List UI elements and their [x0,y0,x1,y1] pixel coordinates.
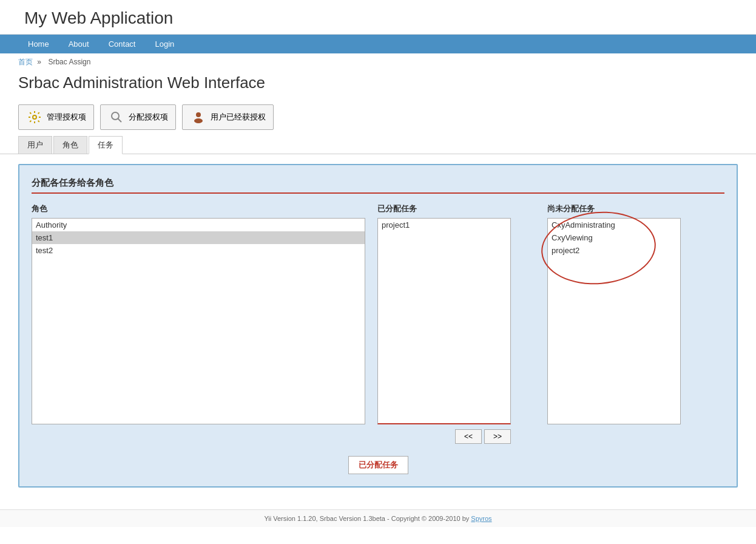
unassigned-task-item[interactable]: CxyAdministrating [548,219,680,231]
user-permissions-button[interactable]: 用户已经获授权 [182,104,274,130]
move-right-button[interactable]: >> [484,429,511,444]
footer-text: Yii Version 1.1.20, Srbac Version 1.3bet… [264,515,471,522]
assign-permissions-button[interactable]: 分配授权项 [100,104,176,130]
assigned-column: 已分配任务 project1 << >> [365,203,535,446]
role-item[interactable]: test2 [32,244,365,257]
footer-link[interactable]: Spyros [471,515,491,522]
page-title: Srbac Administration Web Interface [0,71,756,101]
nav-item-contact[interactable]: Contact [99,35,146,53]
manage-permissions-button[interactable]: 管理授权项 [18,104,94,130]
tab-任务[interactable]: 任务 [89,136,123,154]
tab-用户[interactable]: 用户 [18,136,52,154]
action-buttons: 管理授权项 分配授权项 用户已经获授权 [0,101,756,136]
manage-permissions-label: 管理授权项 [47,112,86,123]
unassigned-task-item[interactable]: CxyViewing [548,231,680,244]
person-icon [190,109,207,126]
role-listbox[interactable]: Authoritytest1test2 [32,218,365,424]
nav-item-home[interactable]: Home [18,35,59,53]
three-col-layout: 角色 Authoritytest1test2 已分配任务 project1 <<… [32,203,724,446]
svg-point-1 [112,112,119,120]
assign-permissions-label: 分配授权项 [129,112,168,123]
user-permissions-label: 用户已经获授权 [211,112,266,123]
role-col-label: 角色 [32,203,365,214]
svg-line-2 [118,119,122,123]
unassigned-col-label: 尚未分配任务 [547,203,681,214]
breadcrumb-home[interactable]: 首页 [18,58,33,66]
footer: Yii Version 1.1.20, Srbac Version 1.3bet… [0,509,756,527]
svg-point-3 [196,112,201,117]
svg-point-4 [194,118,203,123]
panel-title: 分配各任务给各角色 [32,177,724,194]
role-column: 角色 Authoritytest1test2 [32,203,365,424]
gear-icon [26,109,43,126]
tabs: 用户角色任务 [0,136,756,154]
unassigned-column: 尚未分配任务 CxyAdministratingCxyViewingprojec… [535,203,681,424]
nav-list: HomeAboutContactLogin [0,35,756,53]
content-panel: 分配各任务给各角色 角色 Authoritytest1test2 已分配任务 p… [18,164,738,488]
role-item[interactable]: test1 [32,231,365,244]
navbar: HomeAboutContactLogin [0,35,756,53]
nav-item-login[interactable]: Login [145,35,184,53]
main-content: 分配各任务给各角色 角色 Authoritytest1test2 已分配任务 p… [0,154,756,497]
move-left-button[interactable]: << [455,429,482,444]
breadcrumb: 首页 » Srbac Assign [0,53,756,71]
breadcrumb-separator: » [37,58,41,66]
breadcrumb-current: Srbac Assign [48,58,90,66]
unassigned-task-item[interactable]: project2 [548,244,680,257]
assigned-task-item[interactable]: project1 [378,219,510,231]
tab-角色[interactable]: 角色 [53,136,87,154]
unassigned-listbox[interactable]: CxyAdministratingCxyViewingproject2 [547,218,681,424]
assigned-col-label: 已分配任务 [377,203,535,214]
submit-button[interactable]: 已分配任务 [348,456,408,474]
app-title: My Web Application [24,8,732,28]
svg-point-0 [33,115,36,119]
submit-area: 已分配任务 [32,456,724,474]
role-item[interactable]: Authority [32,219,365,231]
search-icon [108,109,125,126]
assigned-listbox[interactable]: project1 [377,218,511,424]
nav-item-about[interactable]: About [59,35,99,53]
